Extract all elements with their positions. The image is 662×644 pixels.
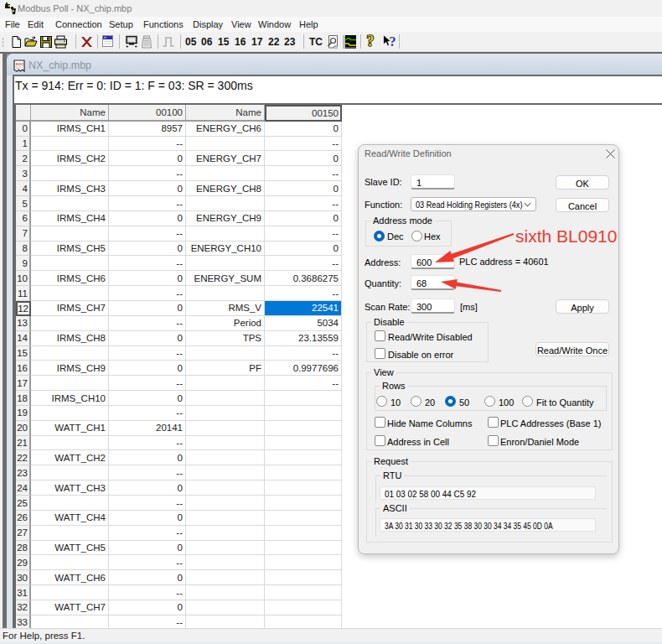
svg-text:DOC: DOC xyxy=(16,62,24,66)
svg-text:?: ? xyxy=(367,34,375,49)
